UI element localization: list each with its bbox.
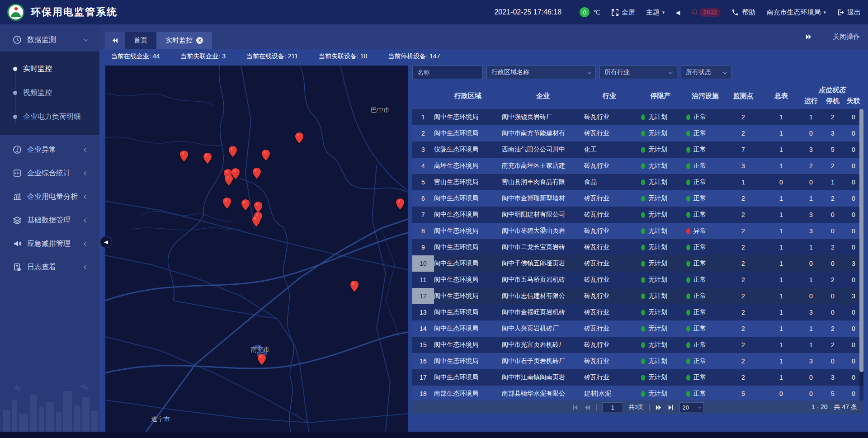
map-pin-icon[interactable] <box>257 354 266 365</box>
sidebar-item-企业异常[interactable]: 企业异常 <box>0 138 99 161</box>
table-row[interactable]: 4高坪生态环境局南充市高坪区王家店建砖瓦行业无计划正常31220 <box>412 158 863 174</box>
tab-首页[interactable]: 首页 <box>125 32 156 49</box>
table-row[interactable]: 15阆中生态环境局阆中市光富页岩机砖厂砖瓦行业无计划正常21120 <box>412 337 863 353</box>
cell-total-meter: 0 <box>762 174 800 190</box>
table-scrollbar-thumb[interactable] <box>859 109 863 372</box>
region-select[interactable]: 行政区域名称 <box>486 66 596 79</box>
stop-status-label: 无计划 <box>648 390 667 398</box>
notifications-button[interactable]: 2632 <box>691 8 721 17</box>
sidebar-item-基础数据管理[interactable]: 基础数据管理 <box>0 208 99 232</box>
enterprise-panel: 行政区域名称 所有行业 所有状态 行政区域 企业 行业 停限产 治污设施 监测点… <box>412 66 863 414</box>
facility-status-label: 正常 <box>693 390 706 398</box>
mute-button[interactable]: ◀ <box>675 9 680 16</box>
industry-select[interactable]: 所有行业 <box>599 66 677 79</box>
cell-total-meter: 1 <box>762 207 800 223</box>
page-size-select[interactable]: 20 <box>679 402 704 412</box>
help-button[interactable]: 帮助 <box>731 8 755 17</box>
stop-status-label: 无计划 <box>648 227 667 235</box>
theme-menu[interactable]: 主题▾ <box>646 8 665 17</box>
first-page-button[interactable] <box>572 404 579 411</box>
monitoring-map[interactable]: 巴中市南充市遂宁市 <box>105 66 408 432</box>
prev-page-button[interactable] <box>584 404 591 411</box>
row-number-cell: 17 <box>412 369 434 386</box>
page-number-input[interactable] <box>602 402 623 412</box>
org-menu[interactable]: 南充市生态环境局▾ <box>766 8 826 17</box>
status-dot-icon <box>641 391 645 397</box>
table-row[interactable]: 5营山生态环境局营山县润丰肉食品有限食品无计划正常10010 <box>412 174 863 190</box>
status-select[interactable]: 所有状态 <box>681 66 731 79</box>
cell-run-count: 0 <box>800 369 822 386</box>
double-chevron-right-icon[interactable] <box>805 33 812 40</box>
table-row[interactable]: 18南部生态环境局南部县驰华水泥有限公建材|水泥无计划正常50050 <box>412 386 863 400</box>
divider <box>596 404 597 411</box>
table-row[interactable]: 14阆中生态环境局阆中大兴页岩机砖厂砖瓦行业无计划正常21120 <box>412 320 863 337</box>
status-dot-icon <box>641 261 645 267</box>
map-pin-icon[interactable] <box>229 146 237 157</box>
stop-status-label: 无计划 <box>648 211 667 219</box>
map-pin-icon[interactable] <box>179 151 188 162</box>
map-pin-icon[interactable] <box>252 216 260 227</box>
stat-当前失联设备: 当前失联设备: 10 <box>319 52 367 61</box>
cell-company: 阆中市江南镇阆南页岩 <box>502 369 584 386</box>
cell-total-meter: 1 <box>762 190 800 207</box>
close-operations-button[interactable]: 关闭操作 <box>833 33 860 41</box>
cell-run-count: 1 <box>800 239 822 255</box>
sidebar-subitem-企业电力负荷明细[interactable]: 企业电力负荷明细 <box>0 105 99 129</box>
next-page-button[interactable] <box>655 404 662 411</box>
sidebar-item-企业用电量分析[interactable]: 企业用电量分析 <box>0 185 99 208</box>
name-search-input[interactable] <box>412 66 483 79</box>
chevron-down-icon <box>84 37 89 42</box>
table-row[interactable]: 7阆中生态环境局阆中明阳建材有限公司砖瓦行业无计划正常21300 <box>412 207 863 223</box>
table-row[interactable]: 2阆中生态环境局阆中市南方节能建材有砖瓦行业无计划正常21030 <box>412 125 863 141</box>
table-row[interactable]: 9阆中生态环境局阆中市二龙长宝页岩砖砖瓦行业无计划正常21120 <box>412 239 863 255</box>
status-dot-icon <box>686 131 690 137</box>
map-pin-icon[interactable] <box>295 132 304 144</box>
map-pin-icon[interactable] <box>396 198 404 210</box>
table-row[interactable]: 16阆中生态环境局阆中市石子页岩机砖厂砖瓦行业无计划正常21300 <box>412 353 863 369</box>
sidebar-item-企业综合统计[interactable]: 企业综合统计 <box>0 161 99 185</box>
row-number-cell: 6 <box>412 190 434 207</box>
table-row[interactable]: 17阆中生态环境局阆中市江南镇阆南页岩砖瓦行业无计划正常21030 <box>412 369 863 386</box>
sidebar-item-数据监测[interactable]: 数据监测 <box>0 28 99 52</box>
table-row[interactable]: 13阆中生态环境局阆中市金福旺页岩机砖砖瓦行业无计划正常21300 <box>412 304 863 320</box>
map-pin-icon[interactable] <box>222 198 231 209</box>
table-row[interactable]: 11阆中生态环境局阆中市五马桥页岩机砖砖瓦行业无计划正常21120 <box>412 272 863 288</box>
map-pin-icon[interactable] <box>254 202 262 213</box>
map-pin-icon[interactable] <box>350 281 359 292</box>
map-pin-icon[interactable] <box>261 150 270 161</box>
table-row[interactable]: 1阆中生态环境局阆中强锐页岩砖厂砖瓦行业无计划正常21120 <box>412 109 863 125</box>
fullscreen-button[interactable]: 全屏 <box>611 8 635 17</box>
sidebar-collapse-button[interactable]: ◀ <box>100 236 112 248</box>
tab-实时监控[interactable]: 实时监控✕ <box>156 32 212 49</box>
row-number-cell: 14 <box>412 320 434 337</box>
tab-close-icon[interactable]: ✕ <box>196 37 203 44</box>
table-row[interactable]: 6阆中生态环境局阆中市金博瑞新型墙材砖瓦行业无计划正常21120 <box>412 190 863 207</box>
cell-total-meter: 1 <box>762 109 800 125</box>
cell-total-meter: 1 <box>762 125 800 141</box>
table-row[interactable]: 12阆中生态环境局阆中市忠信建材有限公砖瓦行业无计划正常21003 <box>412 288 863 304</box>
map-pin-icon[interactable] <box>224 174 233 186</box>
chevron-left-icon <box>84 171 89 175</box>
table-row[interactable]: 3仪陇生态环境局西南油气田分公司川中化工无计划正常71350 <box>412 141 863 158</box>
stat-当前失联企业: 当前失联企业: 3 <box>180 52 226 61</box>
cell-company: 阆中市金福旺页岩机砖 <box>502 304 584 320</box>
last-page-button[interactable] <box>667 404 674 411</box>
table-row[interactable]: 8阆中生态环境局阆中市枣碧大梁山页岩砖瓦行业无计划异常21300 <box>412 223 863 239</box>
sidebar-subitem-视频监控[interactable]: 视频监控 <box>0 81 99 105</box>
cell-monitor-count: 2 <box>724 288 762 304</box>
chevron-left-icon <box>84 241 89 246</box>
map-pin-icon[interactable] <box>253 168 261 179</box>
sidebar-item-日志查看[interactable]: 日志查看 <box>0 255 99 279</box>
status-dot-icon <box>641 326 645 332</box>
sidebar-item-应急减排管理[interactable]: 应急减排管理 <box>0 232 99 255</box>
tabs-scroll-left-button[interactable] <box>105 32 125 49</box>
sidebar-subitem-实时监控[interactable]: 实时监控 <box>0 57 99 81</box>
table-scrollbar-track[interactable] <box>859 109 863 400</box>
map-pin-icon[interactable] <box>203 153 212 164</box>
map-pin-icon[interactable] <box>241 199 250 211</box>
row-number: 1 <box>412 109 434 125</box>
cell-stop-status: 无计划 <box>635 353 680 369</box>
table-row[interactable]: 10阆中生态环境局阆中千佛镇五郎垭页岩砖瓦行业无计划正常21003 <box>412 255 863 272</box>
logout-button[interactable]: 退出 <box>837 8 861 17</box>
cell-total-meter: 1 <box>762 272 800 288</box>
